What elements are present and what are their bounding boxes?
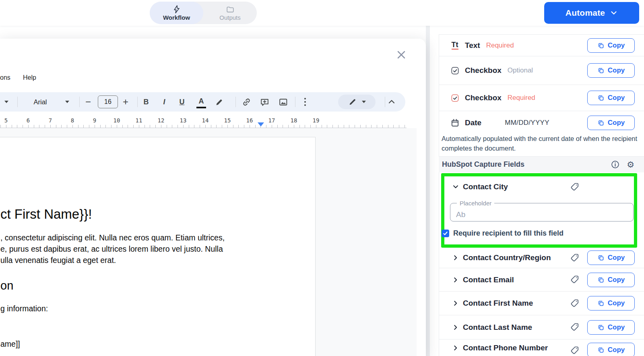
zoom-dropdown-caret-icon[interactable] [2,92,10,112]
app-root: Workflow Outputs Automate ons Help Arial [0,0,644,356]
checkbox-required-icon [450,93,460,103]
copy-button[interactable]: Copy [587,273,635,287]
tag-icon[interactable] [570,298,580,308]
tag-icon[interactable] [570,322,580,332]
copy-icon [597,254,605,261]
ruler-number: 18 [291,117,297,124]
capture-field-contact-last-name[interactable]: Contact Last Name Copy [439,315,644,339]
font-family-caret-icon[interactable] [63,92,71,112]
copy-button[interactable]: Copy [587,343,635,356]
document-canvas: ct First Name}}! , consectetur adipiscin… [0,128,417,356]
add-comment-icon[interactable] [259,92,270,112]
copy-button[interactable]: Copy [587,320,635,335]
font-family-select[interactable]: Arial [24,92,56,112]
capture-fields-header: HubSpot Capture Fields ⚙︎ [439,156,644,172]
text-color-button[interactable]: A [196,95,206,108]
bold-button[interactable]: B [141,92,151,112]
document-page[interactable]: ct First Name}}! , consectetur adipiscin… [0,137,316,356]
more-options-icon[interactable] [302,92,308,112]
required-badge: Required [486,41,514,50]
info-icon[interactable] [611,160,619,169]
docs-toolbar: Arial − 16 + B I U A [0,92,405,112]
copy-icon [597,67,605,74]
toolbar-divider [295,97,295,107]
field-row-checkbox-optional[interactable]: Checkbox Optional Copy [439,56,644,85]
require-field-label: Require recipient to fill this field [453,229,564,238]
ruler-number: 16 [246,117,253,124]
chevron-right-icon[interactable] [452,276,460,284]
insert-link-icon[interactable] [241,92,252,112]
copy-button[interactable]: Copy [587,116,635,130]
menu-item-help[interactable]: Help [23,74,36,81]
doc-paragraph-line: ulla venenatis feugiat a eget erat. [0,256,116,265]
underline-button[interactable]: U [177,92,187,112]
doc-subheading: on [0,279,13,292]
date-format-text: MM/DD/YYYY [505,119,549,127]
ruler-number: 19 [313,117,320,124]
field-row-checkbox-required[interactable]: Checkbox Required Copy [439,85,644,111]
chevron-down-icon[interactable] [452,183,460,191]
capture-field-contact-country[interactable]: Contact Country/Region Copy [439,248,644,268]
view-switcher: Workflow Outputs [150,2,257,24]
ruler-number: 9 [93,117,96,124]
tab-outputs-label: Outputs [219,14,241,21]
tab-workflow-label: Workflow [163,14,190,21]
tab-workflow[interactable]: Workflow [150,2,203,24]
chevron-right-icon[interactable] [452,323,460,331]
capture-field-contact-email[interactable]: Contact Email Copy [439,268,644,291]
tag-icon[interactable] [570,182,580,192]
italic-button[interactable]: I [159,92,169,112]
insert-image-icon[interactable] [278,92,288,112]
tab-outputs[interactable]: Outputs [203,2,257,24]
collapse-toolbar-icon[interactable] [386,92,397,112]
calendar-icon [450,118,460,128]
menu-item-extensions[interactable]: ons [0,74,10,81]
panel-gap [426,26,430,356]
chevron-right-icon[interactable] [452,344,460,352]
chevron-right-icon[interactable] [452,254,460,262]
ruler-number: 14 [202,117,209,124]
toolbar-divider [79,97,80,107]
tag-icon[interactable] [570,346,580,355]
ruler-number: 7 [49,117,52,124]
close-icon[interactable] [396,50,407,60]
increase-font-button[interactable]: + [120,92,131,112]
capture-field-contact-phone[interactable]: Contact Phone Number Copy [439,339,644,356]
ruler-number: 17 [268,117,275,124]
toolbar-divider [385,97,385,107]
copy-button[interactable]: Copy [587,296,635,310]
doc-token-line: ame]] [0,339,20,349]
toolbar-divider [235,97,236,107]
document-modal: ons Help Arial − 16 + B I U A [0,39,426,356]
copy-icon [597,42,605,49]
checked-checkbox-icon[interactable] [442,230,449,237]
date-description: Automatically populated with the current… [442,134,640,153]
ruler-number: 13 [180,117,187,124]
field-row-date[interactable]: Date MM/DD/YYYY Copy [439,111,644,134]
text-field-icon: Tt [450,41,460,50]
folder-icon [226,5,235,14]
tag-icon[interactable] [570,253,580,263]
capture-fields-title: HubSpot Capture Fields [442,160,524,169]
editing-mode-caret-icon [362,101,366,103]
copy-button[interactable]: Copy [587,250,635,265]
capture-field-contact-city[interactable]: Contact City [439,180,640,194]
chevron-right-icon[interactable] [452,299,460,307]
require-field-toggle[interactable]: Require recipient to fill this field [442,229,564,238]
editing-mode-button[interactable] [338,95,376,109]
copy-button[interactable]: Copy [587,38,635,53]
toolbar-divider [137,97,138,107]
placeholder-input[interactable] [456,210,625,219]
capture-field-contact-first-name[interactable]: Contact First Name Copy [439,291,644,315]
field-row-text[interactable]: Tt Text Required Copy [439,34,644,56]
ruler-indent-marker[interactable] [258,122,264,126]
ruler-number: 15 [224,117,231,124]
gear-icon[interactable]: ⚙︎ [627,160,634,169]
decrease-font-button[interactable]: − [83,92,93,112]
tag-icon[interactable] [570,275,580,284]
font-size-input[interactable]: 16 [98,95,118,108]
automate-button[interactable]: Automate [544,2,639,24]
copy-button[interactable]: Copy [587,91,635,105]
copy-button[interactable]: Copy [587,63,635,78]
highlighter-icon[interactable] [214,92,225,112]
